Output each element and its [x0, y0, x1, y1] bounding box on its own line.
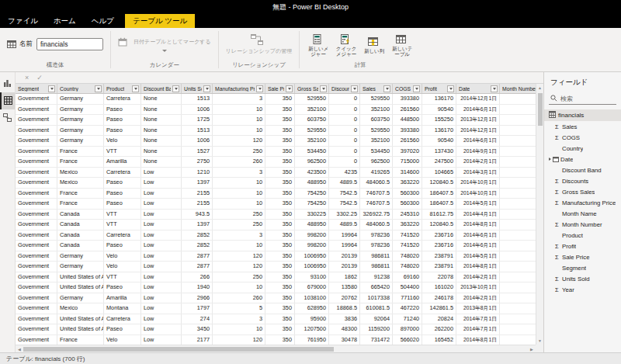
- table-cell[interactable]: 247500: [422, 157, 456, 167]
- table-cell[interactable]: 1210: [182, 168, 213, 178]
- table-cell[interactable]: 261560: [393, 136, 422, 146]
- table-cell[interactable]: 250: [213, 220, 265, 230]
- table-cell[interactable]: Mexico: [57, 168, 104, 178]
- table-cell[interactable]: 741520: [393, 241, 422, 251]
- table-cell[interactable]: 4: [500, 210, 536, 220]
- table-cell[interactable]: Paseo: [104, 115, 141, 125]
- table-cell[interactable]: Germany: [57, 94, 104, 104]
- table-cell[interactable]: Government: [16, 272, 57, 283]
- column-header-segment[interactable]: Segment: [16, 84, 57, 93]
- table-cell[interactable]: 488950: [295, 220, 329, 230]
- table-cell[interactable]: 155250: [422, 115, 456, 125]
- table-cell[interactable]: 8: [500, 220, 536, 230]
- table-cell[interactable]: 2014年8月1日: [456, 335, 500, 345]
- table-cell[interactable]: 238791: [422, 251, 456, 262]
- table-cell[interactable]: 262200: [422, 324, 456, 335]
- table-cell[interactable]: 20139: [329, 262, 360, 272]
- horizontal-scrollbar[interactable]: ◀ ▶: [16, 345, 536, 352]
- table-cell[interactable]: 628950: [295, 303, 329, 314]
- table-cell[interactable]: 3: [213, 94, 265, 104]
- table-cell[interactable]: 250: [213, 147, 265, 157]
- table-cell[interactable]: Germany: [57, 126, 104, 136]
- table-cell[interactable]: 186407.5: [422, 189, 456, 199]
- table-cell[interactable]: United States of America: [57, 283, 104, 293]
- field-table-financials[interactable]: financials: [544, 109, 621, 121]
- table-cell[interactable]: 397020: [393, 147, 422, 157]
- table-cell[interactable]: 260: [213, 293, 265, 303]
- table-cell[interactable]: 6: [500, 105, 536, 115]
- table-cell[interactable]: 2013年10月1日: [456, 283, 500, 293]
- filter-dropdown-icon[interactable]: [491, 85, 498, 92]
- table-cell[interactable]: 488950: [295, 178, 329, 188]
- filter-dropdown-icon[interactable]: [351, 85, 358, 92]
- table-cell[interactable]: 560300: [393, 199, 422, 209]
- table-cell[interactable]: 943.5: [182, 210, 213, 220]
- field-item-product[interactable]: Product: [544, 230, 621, 241]
- table-cell[interactable]: Paseo: [104, 199, 141, 209]
- table-cell[interactable]: 897000: [393, 324, 422, 335]
- table-cell[interactable]: 92064: [360, 314, 393, 324]
- table-cell[interactable]: Canada: [57, 231, 104, 241]
- tab-table-tools[interactable]: テーブル ツール: [125, 14, 195, 28]
- table-cell[interactable]: 566020: [393, 335, 422, 345]
- column-header-manufacturing-price[interactable]: Manufacturing Price: [213, 84, 265, 93]
- table-cell[interactable]: 6: [500, 241, 536, 251]
- table-cell[interactable]: 1006950: [295, 251, 329, 262]
- table-cell[interactable]: 679000: [295, 283, 329, 293]
- table-cell[interactable]: 4889.5: [329, 220, 360, 230]
- field-item-units-sold[interactable]: ΣUnits Sold: [544, 273, 621, 284]
- table-cell[interactable]: 91238: [360, 272, 393, 283]
- column-header-units-sold[interactable]: Units Sold: [182, 84, 213, 93]
- table-cell[interactable]: 393380: [393, 126, 422, 136]
- table-cell[interactable]: Paseo: [104, 283, 141, 293]
- scroll-left-icon[interactable]: ◀: [16, 347, 23, 352]
- table-cell[interactable]: 5: [500, 251, 536, 262]
- table-cell[interactable]: 2177: [182, 335, 213, 345]
- table-cell[interactable]: 2014年9月1日: [456, 147, 500, 157]
- new-column-button[interactable]: 新しい列: [363, 35, 386, 54]
- table-cell[interactable]: 4235: [329, 168, 360, 178]
- table-cell[interactable]: Government: [16, 199, 57, 209]
- table-cell[interactable]: VTT: [104, 272, 141, 283]
- table-cell[interactable]: 2877: [182, 251, 213, 262]
- table-cell[interactable]: 5: [500, 199, 536, 209]
- table-cell[interactable]: 10: [213, 283, 265, 293]
- table-cell[interactable]: 10: [213, 199, 265, 209]
- table-cell[interactable]: 1397: [182, 220, 213, 230]
- field-item-profit[interactable]: ΣProfit: [544, 241, 621, 251]
- field-item-sales[interactable]: ΣSales: [544, 121, 621, 132]
- table-cell[interactable]: 350: [265, 324, 295, 335]
- table-cell[interactable]: France: [57, 157, 104, 167]
- table-cell[interactable]: 352100: [360, 136, 393, 146]
- table-cell[interactable]: Government: [16, 147, 57, 157]
- table-cell[interactable]: 350: [265, 241, 295, 251]
- table-cell[interactable]: 350: [265, 220, 295, 230]
- table-cell[interactable]: 350: [265, 199, 295, 209]
- table-cell[interactable]: Paseo: [104, 189, 141, 199]
- table-cell[interactable]: 120: [213, 262, 265, 272]
- table-cell[interactable]: 1397: [182, 178, 213, 188]
- table-cell[interactable]: 2014年10月1日: [456, 189, 500, 199]
- table-cell[interactable]: 261560: [393, 105, 422, 115]
- table-cell[interactable]: 1006950: [295, 262, 329, 272]
- table-cell[interactable]: 2966: [182, 293, 213, 303]
- table-cell[interactable]: Velo: [104, 136, 141, 146]
- table-cell[interactable]: 326922.75: [360, 210, 393, 220]
- table-cell[interactable]: Low: [141, 293, 182, 303]
- table-cell[interactable]: 2013年12月1日: [456, 115, 500, 125]
- table-cell[interactable]: None: [141, 147, 182, 157]
- scroll-down-icon[interactable]: ▼: [536, 337, 543, 345]
- filter-dropdown-icon[interactable]: [447, 85, 454, 92]
- table-cell[interactable]: 2014年6月1日: [456, 105, 500, 115]
- table-cell[interactable]: 2014年3月1日: [456, 168, 500, 178]
- column-header-month-number[interactable]: Month Number: [500, 84, 536, 93]
- table-cell[interactable]: 529550: [360, 94, 393, 104]
- table-cell[interactable]: 48300: [329, 324, 360, 335]
- table-cell[interactable]: 393380: [393, 94, 422, 104]
- table-cell[interactable]: 9: [500, 147, 536, 157]
- table-cell[interactable]: 610081.5: [360, 303, 393, 314]
- table-cell[interactable]: Paseo: [104, 241, 141, 251]
- table-cell[interactable]: Government: [16, 335, 57, 345]
- table-cell[interactable]: 71240: [393, 314, 422, 324]
- new-table-button[interactable]: 新しいテーブル: [390, 33, 414, 57]
